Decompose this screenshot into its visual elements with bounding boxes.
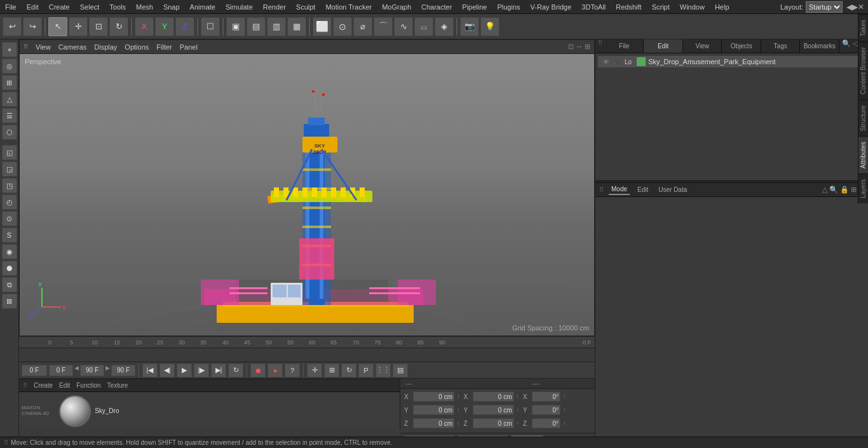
menu-character[interactable]: Character (416, 2, 457, 12)
vtab-content-browser[interactable]: Content Browser (858, 41, 868, 99)
coord-x2-input[interactable] (473, 391, 514, 402)
vtab-layers[interactable]: Layers (858, 173, 868, 203)
undo-button[interactable]: ↩ (3, 17, 22, 36)
help-button[interactable]: ? (285, 363, 300, 377)
transform-button[interactable]: ✛ (307, 363, 322, 377)
mode-btn-3[interactable]: ↻ (341, 363, 356, 377)
left-tool-15[interactable]: ⧉ (2, 277, 17, 292)
left-tool-5[interactable]: ☰ (2, 108, 17, 123)
obj-visibility-camera[interactable]: 👁 (603, 58, 609, 65)
coord-x3-input[interactable] (532, 391, 560, 402)
menu-create[interactable]: Create (44, 2, 75, 12)
object-item-skydrop[interactable]: 👁 🎥 Lo Sky_Drop_Amusement_Park_Equipment (598, 56, 865, 67)
left-tool-8[interactable]: ◲ (2, 161, 17, 177)
menu-3dtoall[interactable]: 3DToAll (576, 2, 611, 12)
menu-script[interactable]: Script (647, 2, 675, 12)
viewport-menu-cameras[interactable]: Cameras (58, 43, 87, 51)
render-region[interactable]: ▣ (226, 17, 245, 36)
menu-render[interactable]: Render (258, 2, 291, 12)
menu-pipeline[interactable]: Pipeline (457, 2, 492, 12)
axis-x[interactable]: X (135, 17, 154, 36)
left-tool-12[interactable]: S (2, 227, 17, 243)
viewport-canvas[interactable]: SKY DROP (20, 54, 594, 336)
render-picture-viewer[interactable]: ▤ (247, 17, 266, 36)
menu-simulate[interactable]: Simulate (220, 2, 258, 12)
object-mode[interactable]: ☐ (201, 17, 220, 36)
loop-button[interactable]: ↻ (228, 363, 243, 377)
menu-tools[interactable]: Tools (104, 2, 131, 12)
viewport[interactable]: ⠿ View Cameras Display Options Filter Pa… (19, 39, 595, 336)
tab-objects[interactable]: Objects (722, 39, 761, 53)
attr-tab-edit[interactable]: Edit (635, 185, 651, 194)
left-tool-16[interactable]: ⊠ (2, 294, 17, 309)
effector-tool[interactable]: ◈ (435, 17, 454, 36)
menu-snap[interactable]: Snap (158, 2, 185, 12)
spline-tool[interactable]: ⌒ (374, 17, 393, 36)
select-tool[interactable]: ↖ (48, 17, 67, 36)
coord-z1-input[interactable] (413, 418, 454, 428)
light-tool[interactable]: 💡 (480, 17, 499, 36)
render-btn[interactable]: ▤ (393, 363, 408, 377)
menu-mograph[interactable]: MoGraph (377, 2, 416, 12)
viewport-menu-panel[interactable]: Panel (180, 43, 198, 51)
layout-select[interactable]: Startup (806, 1, 843, 13)
viewport-menu-display[interactable]: Display (94, 43, 117, 51)
record-button[interactable]: ⏺ (250, 363, 266, 377)
deformer-tool[interactable]: ⌓ (414, 17, 433, 36)
menu-select[interactable]: Select (75, 2, 105, 12)
vtab-attributes[interactable]: Attributes (858, 136, 868, 173)
tab-edit-obj[interactable]: Edit (644, 39, 682, 53)
menu-animate[interactable]: Animate (185, 2, 220, 12)
coord-y1-input[interactable] (413, 405, 454, 415)
material-preview-ball[interactable] (59, 395, 91, 427)
auto-key-button[interactable]: ● (268, 363, 283, 377)
viewport-menu-view[interactable]: View (36, 43, 51, 51)
left-tool-6[interactable]: ⬡ (2, 125, 17, 140)
sphere-primitive[interactable]: ⊙ (333, 17, 352, 36)
min-frame-input[interactable] (49, 365, 73, 376)
menu-edit[interactable]: Edit (22, 2, 44, 12)
current-frame-input[interactable] (22, 365, 47, 376)
left-tool-3[interactable]: ⊞ (2, 75, 17, 90)
end-frame-input[interactable] (111, 365, 135, 376)
coord-y2-input[interactable] (473, 405, 514, 415)
left-tool-1[interactable]: ⌖ (2, 42, 17, 57)
play-button[interactable]: ▶ (177, 363, 192, 377)
mode-btn-2[interactable]: ⊞ (324, 363, 339, 377)
max-frame-input[interactable] (80, 365, 104, 376)
vtab-takes[interactable]: Takes (858, 14, 868, 41)
menu-sculpt[interactable]: Sculpt (291, 2, 321, 12)
scale-tool[interactable]: ⊡ (89, 17, 108, 36)
mat-menu-texture[interactable]: Texture (107, 382, 128, 389)
left-tool-9[interactable]: ◳ (2, 178, 17, 193)
obj-visibility-render[interactable]: 🎥 (613, 58, 621, 65)
menu-help[interactable]: Help (710, 2, 735, 12)
viewport-menu-options[interactable]: Options (125, 43, 149, 51)
camera-tool[interactable]: 📷 (460, 17, 479, 36)
tab-view-obj[interactable]: View (683, 39, 722, 53)
cylinder-primitive[interactable]: ⌀ (353, 17, 372, 36)
rotate-tool[interactable]: ↻ (109, 17, 128, 36)
left-tool-14[interactable]: ⬣ (2, 261, 17, 276)
left-tool-2[interactable]: ◎ (2, 58, 17, 74)
attr-tab-userdata[interactable]: User Data (656, 185, 689, 194)
go-to-end-button[interactable]: ▶| (211, 363, 226, 377)
left-tool-4[interactable]: △ (2, 92, 17, 107)
menu-vray[interactable]: V-Ray Bridge (526, 2, 577, 12)
axis-y[interactable]: Y (155, 17, 174, 36)
prev-frame-button[interactable]: ◀| (159, 363, 175, 377)
mode-btn-4[interactable]: P (358, 363, 374, 377)
left-tool-13[interactable]: ◉ (2, 244, 17, 259)
menu-window[interactable]: Window (675, 2, 710, 12)
left-tool-7[interactable]: ◱ (2, 145, 17, 160)
coord-z2-input[interactable] (473, 418, 514, 428)
tab-file[interactable]: File (605, 39, 644, 53)
mode-btn-5[interactable]: ⋮⋮ (376, 363, 391, 377)
mat-menu-function[interactable]: Function (76, 382, 100, 389)
menu-motion-tracker[interactable]: Motion Tracker (320, 2, 377, 12)
left-tool-10[interactable]: ◴ (2, 194, 17, 210)
next-frame-button[interactable]: |▶ (194, 363, 209, 377)
edit-render-settings[interactable]: ▦ (287, 17, 306, 36)
menu-redshift[interactable]: Redshift (611, 2, 646, 12)
menu-file[interactable]: File (0, 2, 22, 12)
